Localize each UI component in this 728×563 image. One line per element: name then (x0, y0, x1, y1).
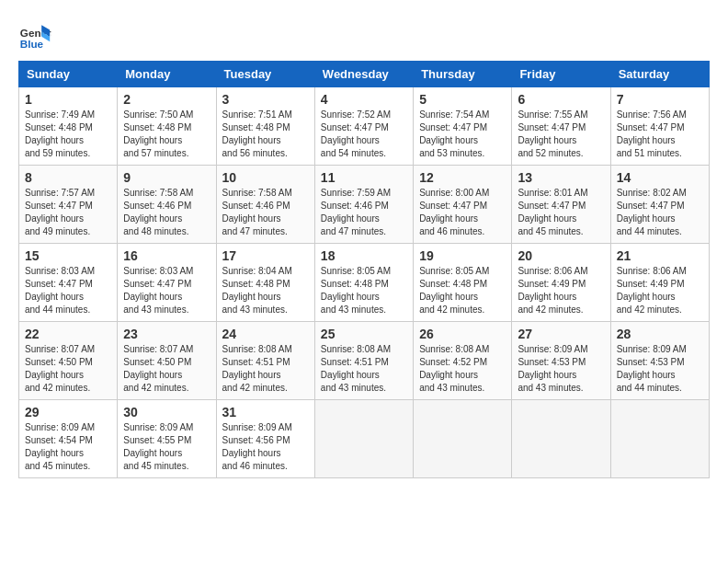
day-info: Sunrise: 8:03 AM Sunset: 4:47 PM Dayligh… (25, 265, 111, 316)
day-info: Sunrise: 8:07 AM Sunset: 4:50 PM Dayligh… (123, 343, 210, 395)
day-info: Sunrise: 8:09 AM Sunset: 4:56 PM Dayligh… (222, 421, 309, 473)
empty-cell (512, 400, 610, 478)
day-number: 8 (25, 170, 111, 185)
day-number: 19 (419, 248, 506, 263)
page-header: General Blue (18, 18, 710, 52)
day-info: Sunrise: 7:55 AM Sunset: 4:47 PM Dayligh… (518, 109, 604, 160)
weekday-header-tuesday: Tuesday (216, 62, 314, 87)
day-info: Sunrise: 8:06 AM Sunset: 4:49 PM Dayligh… (617, 265, 703, 316)
day-cell-2: 2 Sunrise: 7:50 AM Sunset: 4:48 PM Dayli… (118, 87, 216, 166)
day-number: 10 (222, 170, 309, 185)
day-number: 13 (518, 170, 604, 185)
day-info: Sunrise: 8:05 AM Sunset: 4:48 PM Dayligh… (419, 265, 506, 316)
day-cell-27: 27 Sunrise: 8:09 AM Sunset: 4:53 PM Dayl… (512, 322, 610, 400)
day-number: 27 (518, 327, 604, 341)
weekday-header-wednesday: Wednesday (314, 62, 413, 87)
day-info: Sunrise: 8:09 AM Sunset: 4:53 PM Dayligh… (518, 343, 604, 395)
empty-cell (610, 400, 709, 478)
day-cell-31: 31 Sunrise: 8:09 AM Sunset: 4:56 PM Dayl… (216, 400, 314, 478)
day-info: Sunrise: 7:58 AM Sunset: 4:46 PM Dayligh… (123, 187, 210, 238)
day-cell-23: 23 Sunrise: 8:07 AM Sunset: 4:50 PM Dayl… (118, 322, 216, 400)
day-cell-5: 5 Sunrise: 7:54 AM Sunset: 4:47 PM Dayli… (414, 87, 512, 166)
logo: General Blue (18, 18, 51, 52)
day-number: 26 (419, 327, 506, 341)
day-number: 17 (222, 248, 309, 263)
day-info: Sunrise: 7:58 AM Sunset: 4:46 PM Dayligh… (222, 187, 309, 238)
day-info: Sunrise: 8:08 AM Sunset: 4:51 PM Dayligh… (222, 343, 309, 395)
day-number: 2 (123, 92, 210, 107)
day-cell-4: 4 Sunrise: 7:52 AM Sunset: 4:47 PM Dayli… (314, 87, 413, 166)
day-info: Sunrise: 8:07 AM Sunset: 4:50 PM Dayligh… (25, 343, 111, 395)
day-cell-29: 29 Sunrise: 8:09 AM Sunset: 4:54 PM Dayl… (19, 400, 118, 478)
day-info: Sunrise: 7:51 AM Sunset: 4:48 PM Dayligh… (222, 109, 309, 160)
day-number: 22 (25, 327, 111, 341)
day-info: Sunrise: 8:08 AM Sunset: 4:52 PM Dayligh… (419, 343, 506, 395)
weekday-header-saturday: Saturday (610, 62, 709, 87)
day-number: 31 (222, 405, 309, 419)
day-cell-8: 8 Sunrise: 7:57 AM Sunset: 4:47 PM Dayli… (19, 166, 118, 244)
day-cell-3: 3 Sunrise: 7:51 AM Sunset: 4:48 PM Dayli… (216, 87, 314, 166)
day-number: 14 (617, 170, 703, 185)
day-cell-13: 13 Sunrise: 8:01 AM Sunset: 4:47 PM Dayl… (512, 166, 610, 244)
day-info: Sunrise: 7:57 AM Sunset: 4:47 PM Dayligh… (25, 187, 111, 238)
empty-cell (314, 400, 413, 478)
day-info: Sunrise: 8:09 AM Sunset: 4:53 PM Dayligh… (617, 343, 703, 395)
day-cell-6: 6 Sunrise: 7:55 AM Sunset: 4:47 PM Dayli… (512, 87, 610, 166)
day-cell-14: 14 Sunrise: 8:02 AM Sunset: 4:47 PM Dayl… (610, 166, 709, 244)
day-cell-11: 11 Sunrise: 7:59 AM Sunset: 4:46 PM Dayl… (314, 166, 413, 244)
weekday-header-monday: Monday (118, 62, 216, 87)
day-cell-15: 15 Sunrise: 8:03 AM Sunset: 4:47 PM Dayl… (19, 244, 118, 322)
weekday-header-sunday: Sunday (19, 62, 118, 87)
day-cell-10: 10 Sunrise: 7:58 AM Sunset: 4:46 PM Dayl… (216, 166, 314, 244)
day-cell-30: 30 Sunrise: 8:09 AM Sunset: 4:55 PM Dayl… (118, 400, 216, 478)
day-number: 12 (419, 170, 506, 185)
day-number: 25 (321, 327, 407, 341)
day-cell-26: 26 Sunrise: 8:08 AM Sunset: 4:52 PM Dayl… (414, 322, 512, 400)
day-number: 18 (321, 248, 407, 263)
day-number: 29 (25, 405, 111, 419)
day-info: Sunrise: 8:02 AM Sunset: 4:47 PM Dayligh… (617, 187, 703, 238)
day-cell-18: 18 Sunrise: 8:05 AM Sunset: 4:48 PM Dayl… (314, 244, 413, 322)
day-cell-22: 22 Sunrise: 8:07 AM Sunset: 4:50 PM Dayl… (19, 322, 118, 400)
day-number: 30 (123, 405, 210, 419)
empty-cell (414, 400, 512, 478)
weekday-header-thursday: Thursday (414, 62, 512, 87)
day-cell-7: 7 Sunrise: 7:56 AM Sunset: 4:47 PM Dayli… (610, 87, 709, 166)
day-number: 4 (321, 92, 407, 107)
day-number: 11 (321, 170, 407, 185)
day-cell-1: 1 Sunrise: 7:49 AM Sunset: 4:48 PM Dayli… (19, 87, 118, 166)
day-info: Sunrise: 8:04 AM Sunset: 4:48 PM Dayligh… (222, 265, 309, 316)
day-info: Sunrise: 7:50 AM Sunset: 4:48 PM Dayligh… (123, 109, 210, 160)
day-info: Sunrise: 8:06 AM Sunset: 4:49 PM Dayligh… (518, 265, 604, 316)
day-cell-19: 19 Sunrise: 8:05 AM Sunset: 4:48 PM Dayl… (414, 244, 512, 322)
day-number: 20 (518, 248, 604, 263)
day-cell-17: 17 Sunrise: 8:04 AM Sunset: 4:48 PM Dayl… (216, 244, 314, 322)
day-info: Sunrise: 8:05 AM Sunset: 4:48 PM Dayligh… (321, 265, 407, 316)
day-number: 6 (518, 92, 604, 107)
day-info: Sunrise: 8:03 AM Sunset: 4:47 PM Dayligh… (123, 265, 210, 316)
day-number: 21 (617, 248, 703, 263)
day-info: Sunrise: 7:59 AM Sunset: 4:46 PM Dayligh… (321, 187, 407, 238)
day-cell-20: 20 Sunrise: 8:06 AM Sunset: 4:49 PM Dayl… (512, 244, 610, 322)
day-cell-12: 12 Sunrise: 8:00 AM Sunset: 4:47 PM Dayl… (414, 166, 512, 244)
day-info: Sunrise: 7:56 AM Sunset: 4:47 PM Dayligh… (617, 109, 703, 160)
day-cell-28: 28 Sunrise: 8:09 AM Sunset: 4:53 PM Dayl… (610, 322, 709, 400)
day-number: 7 (617, 92, 703, 107)
day-info: Sunrise: 8:09 AM Sunset: 4:55 PM Dayligh… (123, 421, 210, 473)
day-number: 9 (123, 170, 210, 185)
day-info: Sunrise: 8:09 AM Sunset: 4:54 PM Dayligh… (25, 421, 111, 473)
day-cell-25: 25 Sunrise: 8:08 AM Sunset: 4:51 PM Dayl… (314, 322, 413, 400)
day-info: Sunrise: 7:54 AM Sunset: 4:47 PM Dayligh… (419, 109, 506, 160)
day-info: Sunrise: 8:08 AM Sunset: 4:51 PM Dayligh… (321, 343, 407, 395)
day-info: Sunrise: 8:00 AM Sunset: 4:47 PM Dayligh… (419, 187, 506, 238)
day-number: 24 (222, 327, 309, 341)
day-info: Sunrise: 7:49 AM Sunset: 4:48 PM Dayligh… (25, 109, 111, 160)
day-info: Sunrise: 7:52 AM Sunset: 4:47 PM Dayligh… (321, 109, 407, 160)
svg-text:Blue: Blue (20, 38, 44, 50)
day-info: Sunrise: 8:01 AM Sunset: 4:47 PM Dayligh… (518, 187, 604, 238)
day-cell-16: 16 Sunrise: 8:03 AM Sunset: 4:47 PM Dayl… (118, 244, 216, 322)
logo-icon: General Blue (18, 18, 51, 52)
calendar-table: SundayMondayTuesdayWednesdayThursdayFrid… (18, 61, 710, 478)
day-number: 5 (419, 92, 506, 107)
weekday-header-friday: Friday (512, 62, 610, 87)
